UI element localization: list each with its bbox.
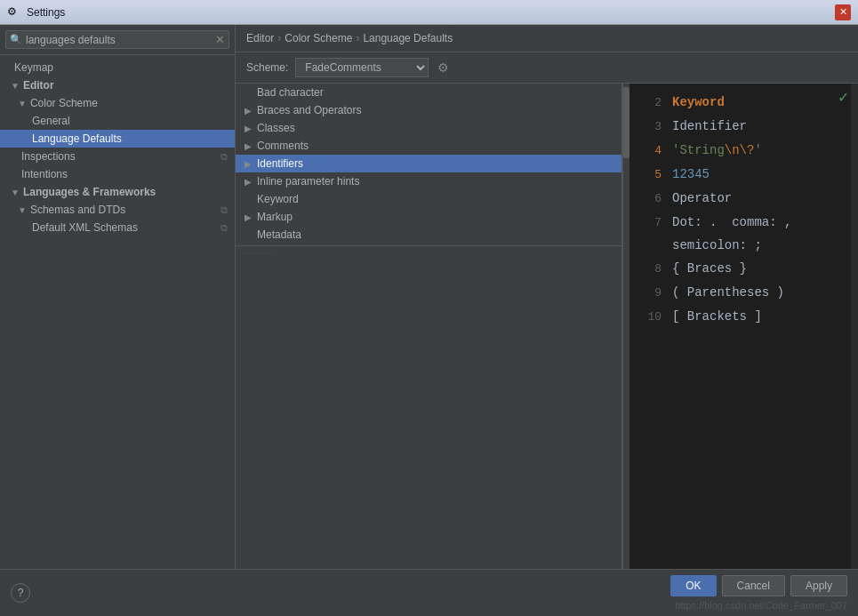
sidebar-item-keymap[interactable]: Keymap [0, 59, 235, 76]
ok-button[interactable]: OK [670, 575, 716, 596]
code-line-2: 2 Keyword [629, 91, 851, 115]
breadcrumb-color-scheme: Color Scheme [285, 32, 352, 44]
arrow-icon: ▼ [11, 81, 20, 91]
button-group: OK Cancel Apply [670, 575, 847, 596]
code-line-7: 7 Dot: . comma: , semicolon: ; [629, 211, 851, 257]
sidebar-item-languages-frameworks[interactable]: ▼ Languages & Frameworks [0, 183, 235, 201]
search-input[interactable] [26, 34, 215, 46]
sidebar-item-default-xml[interactable]: Default XML Schemas ⧉ [0, 219, 235, 236]
search-clear-icon[interactable]: ✕ [215, 33, 225, 46]
sidebar-item-inspections[interactable]: Inspections ⧉ [0, 148, 235, 165]
options-tree-scrollbar[interactable] [622, 84, 629, 569]
scheme-row: Scheme: FadeComments Default Darcula Mon… [236, 52, 858, 84]
sidebar: 🔍 ✕ Keymap ▼ Editor ▼ [0, 25, 236, 569]
content-area: 🔍 ✕ Keymap ▼ Editor ▼ [0, 25, 858, 569]
breadcrumb-editor: Editor [246, 32, 274, 44]
sidebar-item-color-scheme[interactable]: ▼ Color Scheme [0, 94, 235, 112]
code-line-5: 5 12345 [629, 163, 851, 187]
options-tree: Bad character ▶ Braces and Operators ▶ C… [236, 84, 622, 569]
sidebar-item-language-defaults[interactable]: Language Defaults [0, 130, 235, 148]
opt-identifiers[interactable]: ▶ Identifiers [236, 155, 621, 172]
title-bar: ⚙ Settings ✕ [0, 0, 858, 25]
code-line-6: 6 Operator [629, 187, 851, 211]
opt-braces-operators[interactable]: ▶ Braces and Operators [236, 101, 621, 119]
settings-icon: ⚙ [7, 5, 21, 20]
scheme-select[interactable]: FadeComments Default Darcula Monokai [295, 58, 429, 77]
opt-keyword[interactable]: Keyword [236, 190, 621, 208]
opt-markup[interactable]: ▶ Markup [236, 208, 621, 226]
sidebar-item-general[interactable]: General [0, 112, 235, 130]
arrow-icon: ▼ [11, 188, 20, 197]
apply-button[interactable]: Apply [790, 575, 847, 596]
preview-scrollbar[interactable] [851, 84, 858, 569]
arrow-icon: ▼ [18, 99, 27, 108]
panels-row: Bad character ▶ Braces and Operators ▶ C… [236, 84, 858, 569]
search-icon: 🔍 [10, 34, 22, 45]
code-line-3: 3 Identifier [629, 115, 851, 139]
scheme-label: Scheme: [246, 61, 288, 74]
opt-bad-character[interactable]: Bad character [236, 84, 621, 101]
code-preview: 2 Keyword 3 Identifier 4 'String \n\?' [629, 84, 851, 569]
code-line-4: 4 'String \n\?' [629, 139, 851, 163]
preview-area: 2 Keyword 3 Identifier 4 'String \n\?' [629, 84, 858, 569]
bottom-bar: ? OK Cancel Apply https://blog.csdn.net/… [0, 569, 858, 616]
code-line-8: 8 { Braces } [629, 257, 851, 281]
code-line-10: 10 [ Brackets ] [629, 305, 851, 329]
footer-url: https://blog.csdn.net/Code_Farmer_007 [675, 600, 847, 611]
sidebar-tree: Keymap ▼ Editor ▼ Color Scheme General [0, 55, 235, 569]
main-container: 🔍 ✕ Keymap ▼ Editor ▼ [0, 25, 858, 616]
opt-comments[interactable]: ▶ Comments [236, 137, 621, 155]
checkmark-icon: ✓ [838, 89, 849, 106]
cancel-button[interactable]: Cancel [722, 575, 785, 596]
opt-classes[interactable]: ▶ Classes [236, 119, 621, 137]
copy-icon: ⧉ [221, 204, 228, 216]
opt-inline-param[interactable]: ▶ Inline parameter hints [236, 172, 621, 190]
copy-icon: ⧉ [221, 222, 228, 234]
search-wrap: 🔍 ✕ [5, 30, 229, 49]
window-title: Settings [27, 6, 835, 19]
help-button[interactable]: ? [11, 583, 30, 603]
code-line-9: 9 ( Parentheses ) [629, 281, 851, 305]
sidebar-item-intentions[interactable]: Intentions [0, 165, 235, 183]
arrow-icon: ▼ [18, 205, 27, 215]
copy-icon: ⧉ [221, 151, 228, 163]
line-num-4: 4 [640, 140, 662, 163]
scrollbar-thumb[interactable] [623, 87, 629, 158]
close-button[interactable]: ✕ [835, 4, 851, 20]
opt-metadata[interactable]: Metadata [236, 226, 621, 244]
footer-right: OK Cancel Apply https://blog.csdn.net/Co… [670, 575, 847, 611]
search-bar: 🔍 ✕ [0, 25, 235, 55]
breadcrumb: Editor › Color Scheme › Language Default… [236, 25, 858, 52]
right-panel: Editor › Color Scheme › Language Default… [236, 25, 858, 569]
breadcrumb-language-defaults: Language Defaults [363, 32, 453, 44]
gear-icon[interactable]: ⚙ [436, 59, 451, 76]
sidebar-item-schemas-dtds[interactable]: ▼ Schemas and DTDs ⧉ [0, 201, 235, 219]
sidebar-item-editor[interactable]: ▼ Editor [0, 76, 235, 94]
